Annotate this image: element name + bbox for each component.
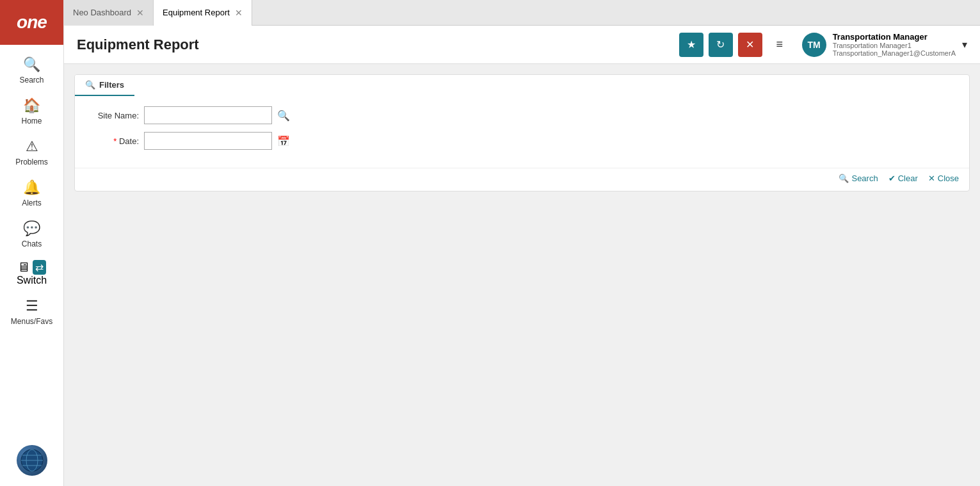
required-star: * <box>113 136 116 146</box>
filter-actions: 🔍 Search ✔ Clear ✕ Close <box>75 168 969 191</box>
star-icon: ★ <box>687 38 696 51</box>
tab-equipment-report-label: Equipment Report <box>163 8 230 17</box>
logo-text: one <box>17 12 47 33</box>
search-action-icon: 🔍 <box>839 174 849 183</box>
warning-icon: ⚠ <box>26 138 38 155</box>
switch-screen-icon: 🖥 <box>17 260 30 275</box>
filters-tab-label: Filters <box>99 80 124 90</box>
sidebar-item-chats[interactable]: 💬 Chats <box>0 214 63 255</box>
refresh-icon: ↻ <box>716 38 725 51</box>
site-name-label: Site Name: <box>88 111 139 120</box>
clear-action-link[interactable]: ✔ Clear <box>888 174 918 183</box>
tab-neo-dashboard-close[interactable]: ✕ <box>136 8 144 17</box>
sidebar-label-home: Home <box>21 117 42 126</box>
clear-action-label: Clear <box>898 174 918 183</box>
page-title: Equipment Report <box>77 36 679 53</box>
sidebar-item-home[interactable]: 🏠 Home <box>0 91 63 132</box>
filters-body: Site Name: 🔍 * Date: 📅 <box>75 96 969 168</box>
date-label-text: Date: <box>119 136 139 146</box>
search-action-link[interactable]: 🔍 Search <box>839 174 878 183</box>
main-area: Neo Dashboard ✕ Equipment Report ✕ Equip… <box>64 0 980 486</box>
sidebar-item-alerts[interactable]: 🔔 Alerts <box>0 173 63 214</box>
sidebar-item-switch[interactable]: 🖥 ⇄ Switch <box>0 255 63 291</box>
switch-arrow-icon: ⇄ <box>33 260 46 275</box>
chat-icon: 💬 <box>23 220 40 237</box>
hamburger-icon: ≡ <box>776 38 783 51</box>
sidebar-item-problems[interactable]: ⚠ Problems <box>0 132 63 173</box>
tabs-bar: Neo Dashboard ✕ Equipment Report ✕ <box>64 0 980 26</box>
filters-tab[interactable]: 🔍 Filters <box>75 75 969 96</box>
sidebar-label-problems: Problems <box>15 158 48 166</box>
header-actions: ★ ↻ ✕ ≡ <box>679 33 792 57</box>
close-button[interactable]: ✕ <box>738 33 762 57</box>
calendar-icon[interactable]: 📅 <box>277 135 290 147</box>
site-name-search-icon[interactable]: 🔍 <box>277 109 290 122</box>
user-section: TM Transportation Manager Transportation… <box>802 32 967 57</box>
globe-icon[interactable] <box>17 445 47 476</box>
filter-row-site-name: Site Name: 🔍 <box>88 106 956 124</box>
favorite-button[interactable]: ★ <box>679 33 703 57</box>
search-action-label: Search <box>851 174 878 183</box>
user-email: Transportation_Manager1@CustomerA <box>833 49 956 57</box>
app-logo[interactable]: one <box>0 0 63 45</box>
date-input[interactable] <box>144 132 272 150</box>
sidebar: one 🔍 Search 🏠 Home ⚠ Problems 🔔 Alerts … <box>0 0 64 486</box>
site-name-input[interactable] <box>144 106 272 124</box>
content-area: 🔍 Filters Site Name: 🔍 * Date: <box>64 64 980 486</box>
bell-icon: 🔔 <box>23 179 40 196</box>
home-icon: 🏠 <box>23 97 40 114</box>
tab-equipment-report[interactable]: Equipment Report ✕ <box>154 0 252 26</box>
sidebar-label-alerts: Alerts <box>22 198 42 207</box>
tab-neo-dashboard-label: Neo Dashboard <box>73 8 131 17</box>
clear-action-icon: ✔ <box>888 174 896 183</box>
page-header: Equipment Report ★ ↻ ✕ ≡ TM Transportati… <box>64 26 980 64</box>
sidebar-label-search: Search <box>19 76 44 85</box>
user-name: Transportation Manager <box>833 32 956 42</box>
menu-button[interactable]: ≡ <box>767 33 792 57</box>
close-icon: ✕ <box>746 38 754 51</box>
sidebar-bottom <box>17 445 47 486</box>
tab-equipment-report-close[interactable]: ✕ <box>235 8 243 17</box>
user-role: Transportation Manager1 <box>833 42 956 49</box>
filter-row-date: * Date: 📅 <box>88 132 956 150</box>
filters-panel: 🔍 Filters Site Name: 🔍 * Date: <box>74 74 970 191</box>
sidebar-label-menus: Menus/Favs <box>11 317 52 326</box>
refresh-button[interactable]: ↻ <box>709 33 733 57</box>
close-action-link[interactable]: ✕ Close <box>928 174 959 183</box>
close-action-label: Close <box>938 174 959 183</box>
tab-neo-dashboard[interactable]: Neo Dashboard ✕ <box>64 0 154 26</box>
user-avatar: TM <box>802 33 826 57</box>
sidebar-item-search[interactable]: 🔍 Search <box>0 50 63 91</box>
sidebar-item-menus[interactable]: ☰ Menus/Favs <box>0 291 63 332</box>
menu-icon: ☰ <box>26 298 38 314</box>
sidebar-label-switch: Switch <box>17 275 47 286</box>
search-icon: 🔍 <box>23 56 40 73</box>
user-info: Transportation Manager Transportation Ma… <box>833 32 956 57</box>
filter-tab-search-icon: 🔍 <box>85 80 95 90</box>
user-dropdown-arrow[interactable]: ▾ <box>962 38 967 51</box>
switch-icons-container: 🖥 ⇄ <box>17 260 46 275</box>
sidebar-label-chats: Chats <box>22 239 42 248</box>
date-label: * Date: <box>88 136 139 146</box>
close-action-icon: ✕ <box>928 174 935 183</box>
